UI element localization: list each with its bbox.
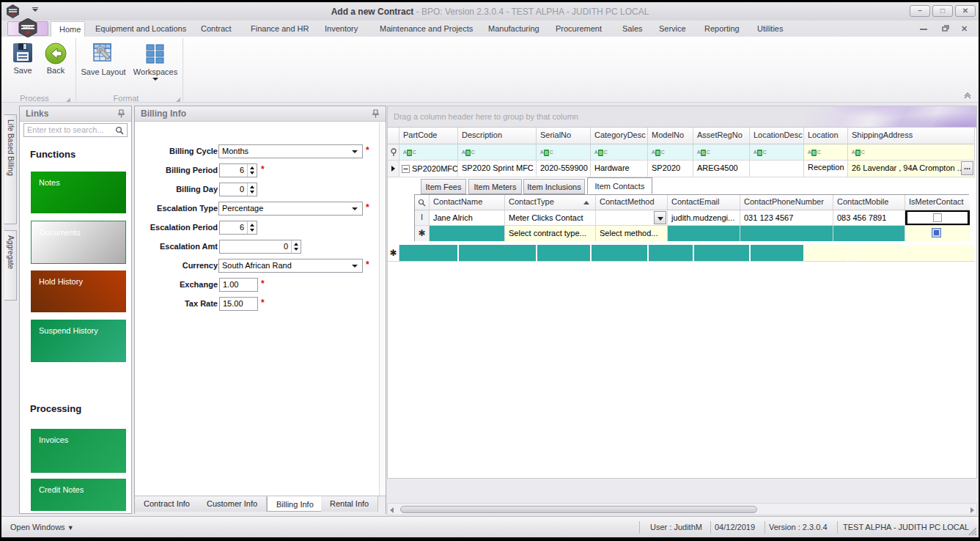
svg-text:BPO: BPO xyxy=(23,25,32,29)
